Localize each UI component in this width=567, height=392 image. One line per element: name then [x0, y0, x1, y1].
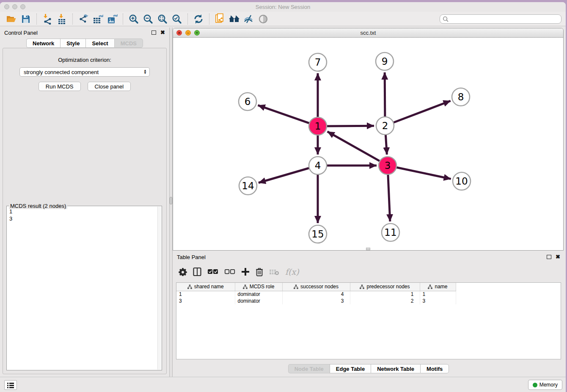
float-table-panel-icon[interactable]	[547, 255, 551, 259]
svg-text:1: 1	[315, 121, 321, 132]
tab-network[interactable]: Network	[26, 39, 60, 48]
node-10[interactable]: 10	[453, 172, 471, 190]
window-title: Session: New Session	[256, 4, 310, 10]
result-scrollbar[interactable]	[157, 207, 161, 370]
edge-3-11[interactable]	[388, 173, 390, 221]
table-tab-node-table[interactable]: Node Table	[288, 364, 330, 373]
node-15[interactable]: 15	[309, 225, 327, 243]
cell[interactable]: 1	[420, 291, 456, 298]
tab-select[interactable]: Select	[85, 39, 114, 48]
criterion-value: strongly connected component	[24, 69, 99, 75]
zoom-out-icon[interactable]	[141, 13, 155, 25]
column-header-successor-nodes[interactable]: successor nodes	[282, 283, 350, 291]
open-session-icon[interactable]	[4, 13, 19, 25]
node-11[interactable]: 11	[382, 224, 399, 241]
show-all-icon[interactable]	[256, 13, 270, 25]
cell[interactable]: dominator	[235, 291, 282, 298]
float-panel-icon[interactable]	[151, 30, 156, 35]
node-7[interactable]: 7	[309, 53, 327, 71]
table-tab-edge-table[interactable]: Edge Table	[330, 364, 371, 373]
edge-1-2[interactable]	[325, 126, 374, 126]
cell[interactable]: 2	[350, 298, 420, 304]
node-3[interactable]: 3	[379, 157, 396, 174]
criterion-select[interactable]: strongly connected component ▲▼	[19, 67, 150, 77]
clone-network-icon[interactable]	[213, 13, 227, 25]
column-header-predecessor-nodes[interactable]: predecessor nodes	[350, 283, 420, 291]
save-session-icon[interactable]	[19, 13, 33, 25]
canvas-resize-handle[interactable]	[366, 248, 370, 250]
optimization-criterion-label: Optimization criterion:	[3, 57, 166, 63]
panel-splitter[interactable]	[169, 28, 173, 377]
network-zoom-button[interactable]: +	[194, 30, 200, 36]
table-tab-network-table[interactable]: Network Table	[371, 364, 420, 373]
cell[interactable]: 4	[282, 291, 350, 298]
tab-mcds[interactable]: MCDS	[114, 39, 143, 48]
network-graph[interactable]: 7968124314101511	[173, 38, 563, 251]
zoom-in-icon[interactable]	[127, 13, 141, 25]
search-field[interactable]	[440, 14, 561, 24]
column-header-name[interactable]: name	[420, 283, 456, 291]
deselect-all-icon[interactable]	[224, 269, 235, 275]
window-controls[interactable]	[4, 4, 25, 9]
close-panel-icon[interactable]: ✖	[160, 30, 165, 35]
node-9[interactable]: 9	[376, 52, 394, 70]
hide-selected-icon[interactable]	[242, 13, 256, 25]
column-header-MCDS-role[interactable]: MCDS role	[235, 283, 282, 291]
run-mcds-button[interactable]: Run MCDS	[39, 82, 81, 91]
select-all-icon[interactable]	[207, 269, 218, 275]
node-4[interactable]: 4	[309, 157, 327, 174]
edge-2-9[interactable]	[385, 72, 385, 119]
edge-4-14[interactable]	[259, 168, 311, 183]
edge-1-6[interactable]	[258, 105, 311, 124]
settings-gear-icon[interactable]	[179, 268, 187, 276]
cell[interactable]: 3	[420, 298, 456, 304]
network-window-titlebar[interactable]: ✕ − + scc.txt	[173, 28, 563, 38]
columns-icon[interactable]	[193, 267, 201, 276]
memory-button[interactable]: Memory	[528, 380, 562, 390]
zoom-selected-icon[interactable]	[170, 13, 184, 25]
task-history-button[interactable]	[4, 380, 17, 390]
node-1[interactable]: 1	[309, 117, 327, 135]
edge-2-8[interactable]	[392, 101, 451, 123]
close-table-panel-icon[interactable]: ✖	[556, 255, 560, 259]
node-6[interactable]: 6	[239, 93, 256, 110]
cell[interactable]: 1	[176, 291, 235, 298]
network-close-button[interactable]: ✕	[176, 30, 182, 36]
svg-text:6: 6	[245, 96, 251, 107]
zoom-fit-icon[interactable]	[155, 13, 170, 25]
import-table-icon[interactable]	[55, 13, 69, 25]
close-window-button[interactable]	[4, 4, 9, 9]
add-icon[interactable]	[241, 268, 250, 276]
node-table[interactable]: shared nameMCDS rolesuccessor nodesprede…	[176, 282, 561, 359]
export-image-icon[interactable]	[105, 13, 119, 25]
splitter-handle[interactable]	[170, 197, 172, 204]
table-tab-motifs[interactable]: Motifs	[420, 364, 449, 373]
cell[interactable]: 1	[350, 291, 420, 298]
column-header-shared-name[interactable]: shared name	[176, 283, 235, 291]
cell[interactable]: 3	[176, 298, 235, 304]
edge-3-10[interactable]	[395, 167, 451, 179]
node-14[interactable]: 14	[239, 177, 257, 195]
zoom-window-button[interactable]	[20, 4, 25, 9]
network-canvas[interactable]: 7968124314101511	[173, 38, 563, 251]
export-network-icon[interactable]	[76, 13, 91, 25]
cell[interactable]: 3	[282, 298, 350, 304]
edge-3-1[interactable]	[328, 132, 382, 162]
network-minimize-button[interactable]: −	[185, 30, 191, 36]
tab-style[interactable]: Style	[60, 39, 85, 48]
control-panel-title: Control Panel	[4, 30, 38, 36]
minimize-window-button[interactable]	[12, 4, 17, 9]
import-network-icon[interactable]	[40, 13, 55, 25]
first-neighbors-icon[interactable]	[227, 13, 242, 25]
close-panel-button[interactable]: Close panel	[88, 82, 131, 91]
node-2[interactable]: 2	[376, 117, 394, 135]
node-8[interactable]: 8	[452, 88, 470, 106]
cell[interactable]: dominator	[235, 298, 282, 304]
export-table-icon[interactable]	[91, 13, 105, 25]
edge-2-3[interactable]	[385, 133, 387, 155]
search-input[interactable]	[450, 16, 559, 22]
delete-icon[interactable]	[256, 268, 263, 276]
refresh-layout-icon[interactable]	[191, 13, 206, 25]
table-row[interactable]: 1dominator411	[176, 291, 456, 298]
table-row[interactable]: 3dominator323	[176, 298, 456, 304]
